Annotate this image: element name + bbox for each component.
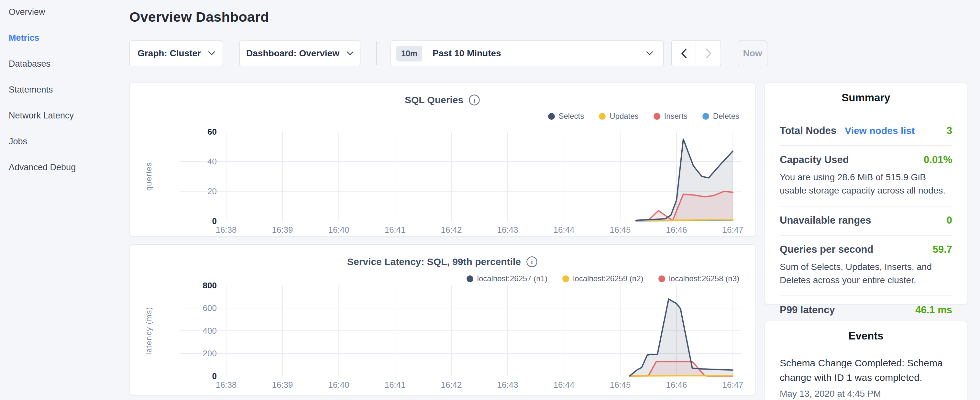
chevron-down-icon xyxy=(646,51,653,56)
y-tick-label: 0 xyxy=(212,216,217,226)
inserts-area xyxy=(636,191,733,221)
legend-dot-icon xyxy=(702,113,709,120)
service-latency-chart[interactable]: 020040060080016:3816:3916:4016:4116:4216… xyxy=(130,245,756,396)
summary-value: 0 xyxy=(947,215,952,226)
legend-dot-icon xyxy=(562,276,569,282)
dashboard-selector-label: Dashboard: Overview xyxy=(246,48,339,59)
sql-queries-chart[interactable]: 020406016:3816:3916:4016:4116:4216:4316:… xyxy=(130,83,756,237)
summary-row: Total Nodes View nodes list 3 xyxy=(780,117,952,146)
info-icon[interactable]: i xyxy=(468,94,480,106)
y-tick-label: 200 xyxy=(203,349,217,358)
view-nodes-list-link[interactable]: View nodes list xyxy=(845,125,915,136)
summary-value: 59.7 xyxy=(933,244,952,255)
time-range-badge: 10m xyxy=(396,46,422,62)
y-axis-title: queries xyxy=(144,162,153,191)
sidebar-item-metrics[interactable]: Metrics xyxy=(9,33,40,42)
legend-item: Deletes xyxy=(702,112,739,121)
summary-value: 3 xyxy=(947,125,952,137)
legend-dot-icon xyxy=(654,113,660,120)
summary-row: Unavailable ranges 0 xyxy=(780,207,952,236)
dashboard-selector-dropdown[interactable]: Dashboard: Overview xyxy=(239,40,360,66)
y-axis-title: latency (ms) xyxy=(144,307,153,355)
x-tick-label: 16:43 xyxy=(497,225,518,234)
y-tick-label: 400 xyxy=(203,326,217,336)
legend: Selects Updates Inserts Deletes xyxy=(548,112,740,121)
event-timestamp: May 13, 2020 at 4:45 PM xyxy=(780,389,952,399)
service-latency-card: Service Latency: SQL, 99th percentile i … xyxy=(129,244,756,395)
graph-selector-dropdown[interactable]: Graph: Cluster xyxy=(129,40,223,66)
x-tick-label: 16:38 xyxy=(215,380,237,390)
x-tick-label: 16:41 xyxy=(384,380,406,390)
legend-dot-icon xyxy=(599,113,606,120)
previous-time-window-button[interactable] xyxy=(672,41,696,66)
legend-item: Updates xyxy=(599,112,638,121)
x-tick-label: 16:42 xyxy=(441,225,462,234)
summary-value: 0.01% xyxy=(924,154,952,166)
time-range-dropdown[interactable]: 10m Past 10 Minutes xyxy=(390,40,663,66)
event-item[interactable]: Schema Change Completed: Schema change w… xyxy=(780,356,952,399)
x-tick-label: 16:45 xyxy=(609,225,631,234)
time-window-pager xyxy=(671,40,721,66)
legend-item: Inserts xyxy=(654,112,687,121)
x-tick-label: 16:40 xyxy=(328,380,349,390)
sidebar-item-overview[interactable]: Overview xyxy=(9,8,45,16)
graph-selector-label: Graph: Cluster xyxy=(137,48,201,59)
sidebar: OverviewMetricsDatabasesStatementsNetwor… xyxy=(0,0,126,400)
legend-item: localhost:26258 (n3) xyxy=(659,274,739,283)
x-tick-label: 16:43 xyxy=(497,380,518,390)
events-list: Schema Change Completed: Schema change w… xyxy=(780,356,952,399)
y-tick-label: 600 xyxy=(203,303,217,313)
legend: localhost:26257 (n1) localhost:26259 (n2… xyxy=(466,274,739,283)
summary-value: 46.1 ms xyxy=(915,304,952,316)
y-tick-label: 60 xyxy=(207,127,217,137)
sidebar-item-advanced-debug[interactable]: Advanced Debug xyxy=(9,163,76,172)
x-tick-label: 16:46 xyxy=(666,225,687,234)
events-title: Events xyxy=(780,330,952,342)
x-tick-label: 16:46 xyxy=(666,380,687,390)
sql-queries-card: SQL Queries i Selects Updates Inserts De… xyxy=(129,83,756,237)
sidebar-item-network-latency[interactable]: Network Latency xyxy=(9,111,74,120)
y-tick-label: 40 xyxy=(207,157,217,166)
legend-item: localhost:26257 (n1) xyxy=(466,274,547,283)
svg-text:i: i xyxy=(531,258,533,266)
sidebar-item-statements[interactable]: Statements xyxy=(9,85,53,94)
x-tick-label: 16:42 xyxy=(441,380,462,390)
chevron-left-icon xyxy=(681,48,687,59)
x-tick-label: 16:39 xyxy=(272,225,293,234)
summary-row: Capacity Used 0.01% You are using 28.6 M… xyxy=(780,146,952,207)
now-button[interactable]: Now xyxy=(738,40,767,66)
sidebar-nav: OverviewMetricsDatabasesStatementsNetwor… xyxy=(0,0,126,172)
next-time-window-button[interactable] xyxy=(696,41,721,66)
svg-text:i: i xyxy=(473,96,475,104)
x-tick-label: 16:40 xyxy=(328,225,349,234)
controls-divider xyxy=(376,41,377,65)
overview-dashboard-page: { "sidebar": { "items": [ { "label": "Ov… xyxy=(0,0,980,400)
legend-dot-icon xyxy=(466,276,473,282)
summary-title: Summary xyxy=(780,92,952,104)
legend-item: Selects xyxy=(548,112,584,121)
x-tick-label: 16:45 xyxy=(609,380,631,390)
x-tick-label: 16:44 xyxy=(553,380,574,390)
chevron-down-icon xyxy=(208,51,215,56)
x-tick-label: 16:47 xyxy=(722,225,743,234)
y-tick-label: 20 xyxy=(207,186,217,196)
chart-title: Service Latency: SQL, 99th percentile xyxy=(347,256,521,267)
x-tick-label: 16:38 xyxy=(215,225,237,234)
sidebar-item-databases[interactable]: Databases xyxy=(9,59,51,68)
summary-panel: Summary Total Nodes View nodes list 3 Ca… xyxy=(765,83,967,304)
info-icon[interactable]: i xyxy=(526,256,538,268)
summary-row: Queries per second 59.7 Sum of Selects, … xyxy=(780,236,952,296)
legend-item: localhost:26259 (n2) xyxy=(562,274,643,283)
x-tick-label: 16:44 xyxy=(553,225,574,234)
chart-title: SQL Queries xyxy=(405,94,463,105)
page-title: Overview Dashboard xyxy=(129,9,269,25)
x-tick-label: 16:47 xyxy=(722,380,743,390)
legend-dot-icon xyxy=(659,276,665,282)
chevron-down-icon xyxy=(347,51,354,56)
chevron-right-icon xyxy=(705,48,712,59)
time-range-label: Past 10 Minutes xyxy=(433,48,501,59)
events-panel: Events Schema Change Completed: Schema c… xyxy=(765,321,967,400)
legend-dot-icon xyxy=(548,113,555,120)
y-tick-label: 0 xyxy=(212,371,217,381)
sidebar-item-jobs[interactable]: Jobs xyxy=(9,137,27,146)
